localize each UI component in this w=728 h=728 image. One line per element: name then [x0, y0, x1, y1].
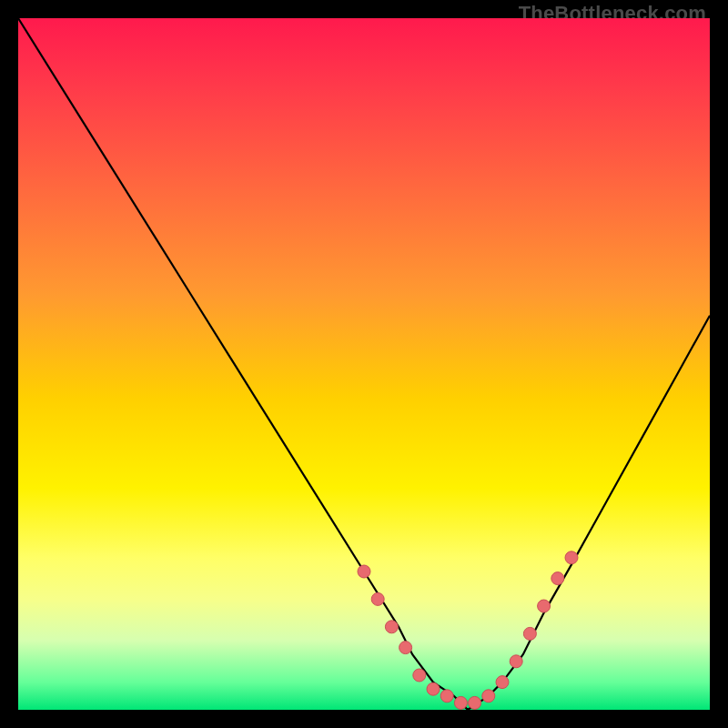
curve-marker [385, 621, 398, 633]
curve-marker [358, 565, 370, 578]
curve-marker [551, 572, 564, 585]
curve-markers [358, 551, 578, 710]
curve-marker [399, 642, 412, 654]
curve-marker [427, 682, 440, 695]
curve-marker [565, 551, 578, 564]
bottleneck-curve [18, 18, 710, 710]
curve-marker [454, 696, 467, 709]
curve-marker [538, 600, 551, 612]
curve-svg [18, 18, 710, 710]
curve-marker [523, 627, 536, 640]
curve-marker [482, 690, 495, 703]
plot-area [18, 18, 710, 710]
curve-marker [413, 669, 426, 682]
curve-marker [371, 592, 384, 605]
curve-marker [440, 690, 453, 703]
chart-frame: TheBottleneck.com [0, 0, 728, 728]
curve-marker [496, 676, 509, 689]
curve-marker [469, 696, 481, 709]
curve-marker [510, 655, 522, 668]
